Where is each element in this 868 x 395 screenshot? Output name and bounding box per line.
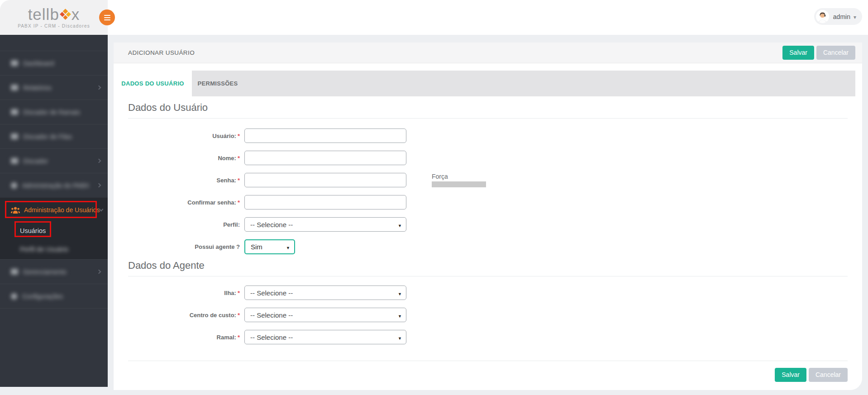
- logo-diamond-icon: [60, 9, 71, 20]
- sidebar-item-dashboard[interactable]: Dashboard: [0, 51, 108, 75]
- dropdown-caret-icon: [398, 311, 402, 319]
- user-name: admin: [833, 13, 850, 20]
- required-asterisk: *: [238, 133, 240, 139]
- ilha-select[interactable]: -- Selecione --: [244, 286, 406, 300]
- form-row-senha: Senha:* Força: [128, 173, 848, 187]
- cancel-button-bottom[interactable]: Cancelar: [809, 368, 848, 382]
- dropdown-caret-icon: [286, 243, 290, 251]
- dropdown-caret-icon: [398, 289, 402, 297]
- tab-strip: DADOS DO USUÁRIO PERMISSÕES: [114, 71, 855, 96]
- field-label: Possui agente ?: [195, 243, 240, 250]
- tab-permissoes[interactable]: PERMISSÕES: [192, 71, 243, 96]
- field-label: Nome:: [218, 155, 236, 162]
- dialer-extensions-icon: [11, 109, 18, 115]
- strength-bar: [432, 181, 486, 187]
- user-menu[interactable]: admin: [814, 8, 862, 25]
- form-row-ilha: Ilha:* -- Selecione --: [128, 286, 848, 300]
- required-asterisk: *: [238, 312, 240, 319]
- sidebar-nav: Dashboard Relatórios Discador de Ramais …: [0, 35, 108, 387]
- field-label: Ilha:: [224, 290, 236, 296]
- password-strength: Força: [432, 173, 486, 187]
- section-title-dados-usuario: Dados do Usuário: [128, 102, 848, 119]
- logo-text-prefix: tellb: [28, 6, 59, 22]
- top-header: tellb x PABX IP - CRM - Discadores: [0, 0, 868, 35]
- sidebar-item-discador[interactable]: Discador: [0, 148, 108, 173]
- required-asterisk: *: [238, 290, 240, 296]
- field-label: Centro de custo:: [190, 312, 236, 319]
- chevron-down-icon: [854, 13, 856, 21]
- save-button-bottom[interactable]: Salvar: [775, 368, 806, 382]
- sidebar-item-administracao-pabx[interactable]: Administração do PABX: [0, 173, 108, 197]
- field-label: Ramal:: [217, 334, 236, 341]
- main-content-card: ADICIONAR USUÁRIO Salvar Cancelar DADOS …: [114, 43, 862, 390]
- cancel-button-top[interactable]: Cancelar: [816, 46, 855, 60]
- selected-value: -- Selecione --: [250, 289, 293, 297]
- selected-value: Sim: [251, 243, 262, 251]
- sidebar-section-administracao-usuarios: Administração de Usuários Usuários Perfi…: [0, 197, 108, 259]
- phone-icon: [11, 158, 18, 164]
- field-label: Perfil:: [223, 221, 240, 228]
- dropdown-caret-icon: [398, 221, 402, 228]
- save-button-top[interactable]: Salvar: [782, 46, 814, 60]
- required-asterisk: *: [238, 334, 240, 341]
- dropdown-caret-icon: [398, 333, 402, 341]
- form-row-perfil: Perfil: -- Selecione --: [128, 217, 848, 232]
- section-title-dados-agente: Dados do Agente: [128, 260, 848, 276]
- sidebar-item-administracao-usuarios[interactable]: Administração de Usuários: [0, 198, 108, 222]
- required-asterisk: *: [238, 177, 240, 184]
- sidebar-item-gerenciamento[interactable]: Gerenciamento: [0, 259, 108, 284]
- brand-logo: tellb x PABX IP - CRM - Discadores: [0, 0, 108, 35]
- pabx-admin-icon: [11, 182, 17, 189]
- footer-actions: Salvar Cancelar: [128, 361, 848, 382]
- field-label: Usuário:: [212, 133, 236, 139]
- centro-de-custo-select[interactable]: -- Selecione --: [244, 308, 406, 322]
- chevron-right-icon: [97, 183, 101, 188]
- sidebar-item-configuracoes[interactable]: Configurações: [0, 284, 108, 308]
- brand-tagline: PABX IP - CRM - Discadores: [18, 24, 90, 29]
- possui-agente-select[interactable]: Sim: [244, 239, 295, 254]
- sidebar-item-discador-filas[interactable]: Discador de Filas: [0, 124, 108, 148]
- form-row-usuario: Usuário:*: [128, 128, 848, 143]
- gear-icon: [11, 293, 17, 300]
- sidebar-subitem-usuarios[interactable]: Usuários: [0, 222, 108, 239]
- dialer-queues-icon: [11, 133, 18, 139]
- ramal-select[interactable]: -- Selecione --: [244, 330, 406, 344]
- field-label: Confirmar senha:: [187, 199, 236, 206]
- chevron-down-icon: [99, 207, 104, 212]
- form-row-ramal: Ramal:* -- Selecione --: [128, 330, 848, 344]
- selected-value: -- Selecione --: [250, 221, 293, 228]
- confirmar-senha-field[interactable]: [244, 195, 406, 209]
- logo-text-suffix: x: [72, 6, 80, 22]
- reports-icon: [11, 85, 18, 90]
- chevron-right-icon: [97, 159, 101, 163]
- form-row-nome: Nome:*: [128, 151, 848, 165]
- form-row-centro-de-custo: Centro de custo:* -- Selecione --: [128, 308, 848, 322]
- tab-dados-do-usuario[interactable]: DADOS DO USUÁRIO: [114, 71, 192, 96]
- selected-value: -- Selecione --: [250, 333, 293, 341]
- form-row-confirmar-senha: Confirmar senha:*: [128, 195, 848, 209]
- senha-field[interactable]: [244, 173, 406, 187]
- users-group-icon: [11, 207, 20, 214]
- usuario-field[interactable]: [244, 128, 406, 143]
- required-asterisk: *: [238, 199, 240, 206]
- management-icon: [11, 269, 18, 275]
- sidebar-item-discador-ramais[interactable]: Discador de Ramais: [0, 100, 108, 124]
- field-label: Senha:: [217, 177, 236, 184]
- sidebar-subitem-perfil-usuario[interactable]: Perfil de Usuário: [0, 239, 108, 259]
- sidebar-item-relatorios[interactable]: Relatórios: [0, 75, 108, 100]
- page-title: ADICIONAR USUÁRIO: [128, 49, 195, 56]
- form-content: Dados do Usuário Usuário:* Nome:* Senha:…: [114, 96, 862, 382]
- form-row-possui-agente: Possui agente ? Sim: [128, 239, 848, 254]
- required-asterisk: *: [238, 155, 240, 162]
- selected-value: -- Selecione --: [250, 311, 293, 319]
- perfil-select[interactable]: -- Selecione --: [244, 217, 406, 232]
- strength-label: Força: [432, 173, 486, 180]
- nome-field[interactable]: [244, 151, 406, 165]
- chevron-right-icon: [97, 86, 101, 90]
- app-window: tellb x PABX IP - CRM - Discadores: [0, 0, 868, 395]
- avatar: [816, 10, 829, 23]
- chevron-right-icon: [97, 270, 101, 274]
- dashboard-icon: [11, 60, 18, 66]
- page-header-bar: ADICIONAR USUÁRIO Salvar Cancelar: [114, 43, 862, 63]
- sidebar-toggle-button[interactable]: [99, 10, 115, 25]
